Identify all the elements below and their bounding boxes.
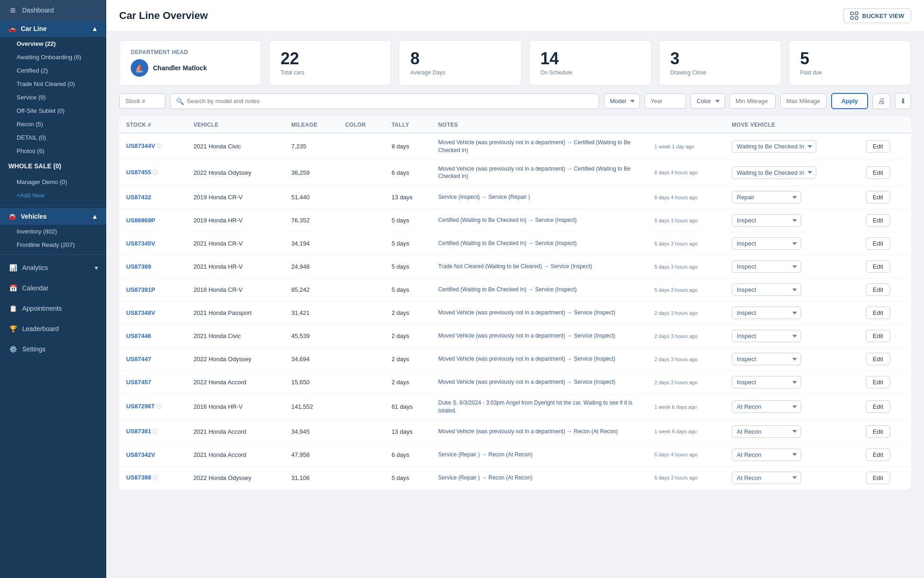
stock-link-5[interactable]: US87389 [126, 263, 151, 270]
move-select-6[interactable]: Inspect [732, 283, 801, 296]
sidebar-item-carline[interactable]: 🚗 Car Line ▲ [0, 20, 106, 37]
stock-link-10[interactable]: US87457 [126, 379, 151, 386]
sidebar-item-frontline[interactable]: Frontline Ready (207) [0, 238, 106, 252]
sidebar-item-calendar[interactable]: 📅 Calendar [0, 278, 106, 298]
sidebar-item-overview[interactable]: Overview (22) [0, 37, 106, 50]
sidebar-item-detail[interactable]: DETAIL (0) [0, 131, 106, 144]
stock-link-6[interactable]: US87391P [126, 286, 155, 293]
edit-button-7[interactable]: Edit [866, 307, 890, 319]
cell-color-7 [339, 301, 385, 325]
sidebar-wholesale[interactable]: WHOLE SALE (0) [0, 158, 106, 175]
cell-tally-14: 5 days [385, 466, 432, 489]
edit-button-3[interactable]: Edit [866, 214, 890, 227]
vehicles-table: Stock # Vehicle Mileage Color Tally Note… [119, 117, 911, 490]
edit-button-13[interactable]: Edit [866, 449, 890, 461]
stock-link-4[interactable]: US87345V [126, 240, 155, 247]
move-select-2[interactable]: Repair [732, 191, 801, 203]
stock-link-7[interactable]: US87348V [126, 309, 155, 316]
edit-button-0[interactable]: Edit [866, 140, 890, 153]
edit-button-10[interactable]: Edit [866, 376, 890, 388]
stock-link-2[interactable]: US87432 [126, 194, 151, 201]
stock-link-14[interactable]: US87388 [126, 474, 151, 481]
info-icon-12[interactable]: ⓘ [152, 428, 158, 435]
table-row: US87345V 2021 Honda CR-V 34,194 5 days C… [120, 232, 911, 255]
move-select-11[interactable]: At Recon [732, 400, 801, 413]
apply-button[interactable]: Apply [831, 93, 868, 109]
min-mileage-input[interactable] [729, 93, 776, 109]
search-input[interactable] [187, 98, 593, 105]
sidebar-item-inventory[interactable]: Inventory (802) [0, 225, 106, 238]
move-select-12[interactable]: At Recon [732, 425, 801, 438]
cell-stock-6: US87391P [120, 278, 187, 301]
model-select[interactable]: Model [604, 93, 640, 109]
edit-button-12[interactable]: Edit [866, 425, 890, 438]
bucket-view-button[interactable]: BUCKET VIEW [843, 8, 911, 23]
move-select-8[interactable]: Inspect [732, 330, 801, 342]
max-mileage-input[interactable] [780, 93, 827, 109]
cell-vehicle-12: 2021 Honda Accord [187, 420, 285, 443]
stock-link-9[interactable]: US87447 [126, 356, 151, 363]
edit-button-11[interactable]: Edit [866, 400, 890, 413]
download-button[interactable]: ⬇ [895, 93, 911, 109]
year-input[interactable] [644, 93, 686, 109]
info-icon-14[interactable]: ⓘ [152, 474, 158, 481]
sidebar-item-settings[interactable]: ⚙️ Settings [0, 339, 106, 359]
stock-link-8[interactable]: US87446 [126, 332, 151, 339]
sidebar-item-leaderboard[interactable]: 🏆 Leaderboard [0, 319, 106, 339]
cell-tally-2: 13 days [385, 186, 432, 209]
sidebar-item-offsite[interactable]: Off-Site Sublet (0) [0, 104, 106, 117]
stock-link-13[interactable]: US87342V [126, 451, 155, 458]
cell-move-7: Inspect [725, 301, 859, 325]
sidebar-item-recon[interactable]: Recon (5) [0, 117, 106, 131]
color-select[interactable]: Color [691, 93, 725, 109]
move-select-10[interactable]: Inspect [732, 376, 801, 388]
stock-link-0[interactable]: US87344V [126, 142, 155, 149]
sidebar-item-managerdemo[interactable]: Manager Demo (0) [0, 175, 106, 189]
move-select-3[interactable]: Inspect [732, 214, 801, 227]
move-select-7[interactable]: Inspect [732, 307, 801, 319]
cell-color-3 [339, 209, 385, 232]
edit-button-8[interactable]: Edit [866, 330, 890, 342]
move-select-9[interactable]: Inspect [732, 353, 801, 365]
edit-button-14[interactable]: Edit [866, 472, 890, 484]
info-icon-11[interactable]: ⓘ [156, 403, 162, 410]
move-select-13[interactable]: At Recon [732, 449, 801, 461]
move-select-4[interactable]: Inspect [732, 237, 801, 250]
page-title: Car Line Overview [119, 10, 208, 22]
col-move: Move vehicle [725, 117, 859, 134]
stock-link-1[interactable]: US87455 [126, 169, 151, 176]
edit-button-9[interactable]: Edit [866, 353, 890, 365]
sidebar-item-certified[interactable]: Certified (2) [0, 64, 106, 77]
sidebar-item-dashboard[interactable]: ⊞ Dashboard [0, 0, 106, 20]
cell-move-4: Inspect [725, 232, 859, 255]
edit-button-1[interactable]: Edit [866, 166, 890, 179]
print-button[interactable]: 🖨 [873, 93, 890, 109]
edit-button-6[interactable]: Edit [866, 283, 890, 296]
edit-button-4[interactable]: Edit [866, 237, 890, 250]
move-select-1[interactable]: Waiting to Be Checked In [732, 166, 816, 179]
edit-button-5[interactable]: Edit [866, 260, 890, 273]
info-icon-0[interactable]: ⓘ [157, 143, 162, 149]
table-row: US87388ⓘ 2022 Honda Odyssey 31,106 5 day… [120, 466, 911, 489]
stat-on-schedule-label: On Schedule [541, 69, 640, 76]
move-select-0[interactable]: Waiting to Be Checked In [732, 140, 816, 153]
add-new-button[interactable]: +Add New [0, 189, 106, 202]
cell-time-8: 2 days 3 hours ago [648, 325, 725, 348]
sidebar-item-service[interactable]: Service (9) [0, 91, 106, 104]
dept-name: Chandler Matlock [153, 64, 207, 72]
edit-button-2[interactable]: Edit [866, 191, 890, 203]
sidebar-item-trade[interactable]: Trade Not Cleared (0) [0, 77, 106, 91]
move-select-5[interactable]: Inspect [732, 260, 801, 273]
move-select-14[interactable]: At Recon [732, 472, 801, 484]
info-icon-1[interactable]: ⓘ [152, 169, 158, 176]
sidebar-item-analytics[interactable]: 📊 Analytics ▾ [0, 258, 106, 278]
stock-link-12[interactable]: US87381 [126, 428, 151, 435]
sidebar-item-awaiting[interactable]: Awaiting Onboarding (6) [0, 50, 106, 64]
stock-link-11[interactable]: US87296T [126, 403, 155, 410]
sidebar-item-photos[interactable]: Photos (6) [0, 144, 106, 158]
cell-notes-9: Moved Vehicle (was previously not in a d… [432, 348, 648, 371]
sidebar-item-vehicles[interactable]: 🚘 Vehicles ▲ [0, 208, 106, 225]
stock-link-3[interactable]: US86969P [126, 217, 155, 224]
sidebar-item-appointments[interactable]: 📋 Appointments [0, 298, 106, 319]
stock-input[interactable] [119, 93, 165, 109]
